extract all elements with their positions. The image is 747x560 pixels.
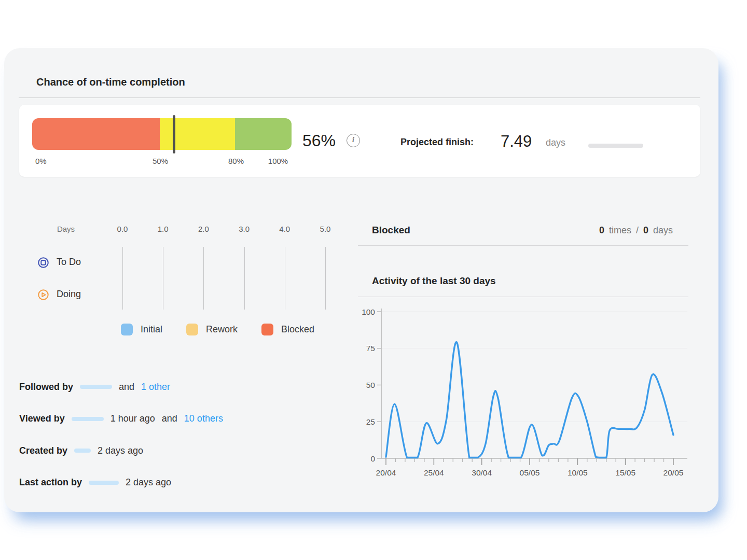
meta-row-label: Last action by: [19, 477, 82, 488]
completion-gauge: [32, 118, 292, 150]
page-title: Chance of on-time completion: [36, 76, 185, 88]
meta-row-label: Created by: [19, 445, 67, 456]
gauge-tick-label: 100%: [268, 157, 288, 165]
x-axis-label: 20/04: [376, 468, 396, 477]
legend-item-rework: Rework: [186, 324, 238, 335]
blocked-separator: /: [636, 225, 639, 236]
meta-others-link[interactable]: 10 others: [184, 413, 223, 424]
activity-section-title: Activity of the last 30 days: [372, 275, 496, 287]
todo-circle-square-icon: [38, 257, 49, 268]
x-axis-label: 15/05: [615, 468, 635, 477]
redacted-user-pill: [74, 449, 91, 453]
timeline-legend: InitialReworkBlocked: [121, 324, 314, 335]
title-divider: [19, 97, 700, 98]
blocked-days-value: 0: [643, 225, 648, 236]
doing-circle-play-icon: [38, 289, 49, 300]
legend-swatch-blocked: [261, 324, 273, 335]
timeline-tick-label: 5.0: [312, 225, 338, 233]
gauge-value-marker: [173, 115, 175, 153]
meta-and-text: and: [119, 382, 134, 393]
info-icon[interactable]: i: [347, 134, 360, 147]
redacted-name-pill: [588, 144, 643, 148]
redacted-user-pill: [89, 481, 119, 485]
meta-row: Followed byand1 other: [19, 381, 170, 393]
y-axis-label: 75: [366, 344, 375, 353]
timeline-row-label: To Do: [57, 257, 81, 268]
blocked-times-unit: times: [609, 225, 631, 236]
projected-finish-value: 7.49: [501, 132, 532, 151]
analytics-panel: Chance of on-time completion 0%50%80%100…: [4, 48, 718, 512]
meta-and-text: and: [162, 413, 177, 424]
blocked-section-title: Blocked: [372, 225, 410, 236]
timeline-tick-label: 0.0: [109, 225, 135, 233]
redacted-user-pill: [80, 385, 112, 389]
y-axis-label: 0: [370, 454, 375, 463]
x-axis-label: 20/05: [663, 468, 684, 477]
completion-percent-value: 56%: [302, 131, 336, 150]
legend-swatch-rework: [186, 324, 198, 335]
meta-row-label: Viewed by: [19, 413, 65, 424]
legend-item-initial: Initial: [121, 324, 162, 335]
gauge-tick-label: 80%: [228, 157, 244, 165]
y-axis-label: 50: [366, 381, 376, 389]
timeline-gridline: [325, 247, 326, 310]
timeline-tick-label: 4.0: [272, 225, 298, 233]
legend-label: Initial: [141, 324, 162, 335]
timeline-gridline: [203, 247, 204, 310]
x-axis-label: 05/05: [520, 468, 540, 477]
blocked-divider: [358, 245, 688, 246]
meta-row: Viewed by1 hour agoand10 others: [19, 413, 223, 425]
timeline-gridline: [163, 247, 163, 310]
projected-finish-label: Projected finish:: [400, 137, 474, 148]
y-axis-label: 25: [366, 417, 375, 426]
gauge-segment-yellow-zone: [160, 118, 235, 150]
gauge-tick-label: 50%: [153, 157, 168, 165]
timeline-tick-label: 1.0: [150, 225, 176, 233]
legend-label: Rework: [206, 324, 238, 335]
gauge-segment-red-zone: [32, 118, 160, 150]
meta-time-text: 2 days ago: [98, 445, 143, 456]
legend-item-blocked: Blocked: [261, 324, 314, 335]
timeline-gridline: [285, 247, 285, 310]
timeline-axis-title: Days: [53, 225, 79, 233]
timeline-row-label: Doing: [57, 289, 81, 300]
gauge-segment-green-zone: [235, 118, 292, 150]
redacted-user-pill: [72, 417, 104, 421]
projected-finish-unit: days: [546, 137, 565, 148]
activity-divider: [358, 297, 688, 297]
blocked-days-unit: days: [653, 225, 673, 236]
timeline-gridline: [244, 247, 245, 310]
x-axis-label: 25/04: [424, 468, 444, 477]
timeline-tick-label: 2.0: [190, 225, 216, 233]
meta-row: Last action by2 days ago: [19, 477, 171, 489]
activity-line-chart: 025507510020/0425/0430/0405/0510/0515/05…: [358, 303, 700, 485]
x-axis-label: 10/05: [568, 468, 588, 477]
meta-row-label: Followed by: [19, 382, 73, 393]
meta-row: Created by2 days ago: [19, 444, 143, 457]
blocked-stats: 0 times / 0 days: [599, 225, 673, 236]
meta-time-text: 2 days ago: [126, 477, 171, 488]
activity-series-line: [386, 342, 673, 458]
blocked-times-value: 0: [599, 225, 604, 236]
meta-time-text: 1 hour ago: [110, 413, 155, 424]
meta-others-link[interactable]: 1 other: [141, 382, 170, 393]
completion-card: 0%50%80%100% 56% i Projected finish: 7.4…: [19, 105, 700, 177]
legend-swatch-initial: [121, 324, 133, 335]
legend-label: Blocked: [281, 324, 314, 335]
x-axis-label: 30/04: [472, 468, 492, 477]
timeline-tick-label: 3.0: [231, 225, 257, 233]
gauge-tick-label: 0%: [35, 157, 47, 165]
y-axis-label: 100: [362, 307, 375, 316]
timeline-gridline: [122, 247, 123, 310]
